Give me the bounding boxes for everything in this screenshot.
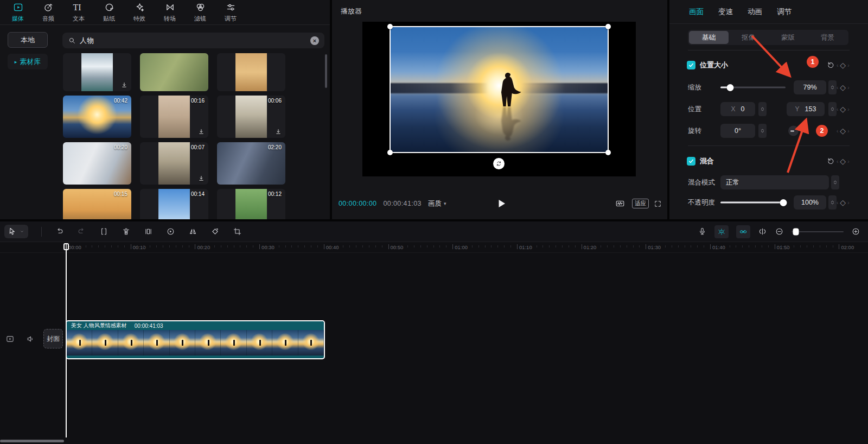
reset-blend-button[interactable] xyxy=(826,157,835,166)
mirror-button[interactable] xyxy=(188,227,197,236)
position-y-stepper[interactable] xyxy=(828,102,837,116)
keyframe-diamond-icon[interactable]: ◇ xyxy=(840,127,846,135)
opacity-slider-knob[interactable] xyxy=(780,199,787,206)
media-item[interactable]: 00:06 xyxy=(217,96,285,138)
inspector-tab[interactable]: 调节 xyxy=(777,7,792,17)
media-item[interactable]: 00:20 xyxy=(63,142,131,185)
media-item[interactable]: 00:42 xyxy=(63,96,131,138)
track-mute-toggle[interactable] xyxy=(26,334,35,344)
tool-text[interactable]: TI文本 xyxy=(67,2,90,23)
rotation-field[interactable]: 0° xyxy=(720,124,755,138)
search-input[interactable]: 人物 × xyxy=(62,33,324,48)
timeline-zoom-in-button[interactable] xyxy=(851,227,860,236)
resize-handle-bottom-left[interactable] xyxy=(387,150,393,155)
quality-dropdown[interactable]: 画质 ▾ xyxy=(428,199,446,208)
scale-slider-knob[interactable] xyxy=(727,84,734,91)
position-x-stepper[interactable] xyxy=(758,102,767,116)
selection-box[interactable] xyxy=(390,26,609,153)
inspector-subtab[interactable]: 基础 xyxy=(689,31,729,44)
fullscreen-button[interactable] xyxy=(654,200,662,208)
reset-position-size-button[interactable] xyxy=(826,61,835,70)
freeze-frame-button[interactable] xyxy=(144,227,153,236)
blend-mode-dropdown[interactable]: 正常 xyxy=(720,175,829,189)
scale-value-field[interactable]: 79% xyxy=(794,80,826,94)
download-icon[interactable] xyxy=(197,128,205,136)
fit-button[interactable]: 适应 xyxy=(632,199,649,208)
download-icon[interactable] xyxy=(275,128,282,136)
scale-slider[interactable] xyxy=(720,87,786,88)
opacity-slider[interactable] xyxy=(720,202,786,204)
zoom-slider-knob[interactable] xyxy=(793,228,799,235)
timeline-zoom-slider[interactable] xyxy=(792,231,844,232)
keyframe-diamond-icon[interactable]: ◇ xyxy=(840,84,846,91)
rotate-button[interactable] xyxy=(210,227,220,236)
timeline-zoom-out-button[interactable] xyxy=(775,227,784,236)
download-icon[interactable] xyxy=(197,175,205,182)
media-item[interactable]: 02:20 xyxy=(217,142,285,185)
media-item[interactable]: 00:12 xyxy=(217,189,285,219)
opacity-stepper[interactable] xyxy=(828,195,837,210)
undo-button[interactable] xyxy=(55,227,64,236)
timeline-horizontal-scrollbar[interactable] xyxy=(0,440,64,442)
preview-link-toggle[interactable] xyxy=(736,225,750,238)
cover-button[interactable]: 封面 xyxy=(43,329,63,348)
reverse-button[interactable] xyxy=(166,227,175,236)
tool-adjust[interactable]: 调节 xyxy=(219,2,242,23)
opacity-value-field[interactable]: 100% xyxy=(794,195,826,210)
media-scrollbar[interactable] xyxy=(325,54,327,88)
download-icon[interactable] xyxy=(120,81,128,89)
media-item[interactable]: 00:07 xyxy=(140,142,208,185)
inspector-tab[interactable]: 动画 xyxy=(748,7,762,17)
tool-transition[interactable]: 转场 xyxy=(158,2,181,23)
local-tab[interactable]: 本地 xyxy=(8,32,48,48)
auto-snap-toggle[interactable] xyxy=(714,225,729,238)
resize-handle-top-left[interactable] xyxy=(387,24,393,29)
media-item[interactable]: 00:15 xyxy=(63,189,131,219)
tool-media[interactable]: 媒体 xyxy=(7,2,29,23)
keyframe-diamond-icon[interactable]: ◇ xyxy=(840,157,846,165)
keyframe-diamond-icon[interactable]: ◇ xyxy=(840,199,846,206)
playhead[interactable] xyxy=(63,243,69,250)
position-size-checkbox[interactable] xyxy=(687,61,695,69)
delete-button[interactable] xyxy=(122,227,131,236)
select-tool[interactable] xyxy=(4,225,28,238)
scale-stepper[interactable] xyxy=(828,80,837,94)
split-button[interactable] xyxy=(99,227,108,236)
redo-button[interactable] xyxy=(77,227,86,236)
crop-button[interactable] xyxy=(233,227,242,236)
keyframe-diamond-icon[interactable]: ◇ xyxy=(840,105,846,113)
material-library-tab[interactable]: ▸ 素材库 xyxy=(8,54,48,69)
chevron-down-icon[interactable] xyxy=(19,229,25,234)
play-button[interactable] xyxy=(495,197,508,210)
blend-checkbox[interactable] xyxy=(687,157,695,166)
inspector-tab[interactable]: 画面 xyxy=(689,7,704,17)
tool-effects[interactable]: 特效 xyxy=(128,2,151,23)
resize-handle-top-right[interactable] xyxy=(605,24,611,29)
media-item[interactable] xyxy=(140,53,208,91)
rotation-dial[interactable] xyxy=(788,126,799,136)
keyframe-diamond-icon[interactable]: ◇ xyxy=(840,61,846,69)
media-item[interactable]: 00:16 xyxy=(140,96,208,138)
record-voiceover-button[interactable] xyxy=(698,227,707,236)
media-item[interactable] xyxy=(217,53,285,91)
audio-waveform-button[interactable] xyxy=(613,199,627,208)
inspector-tab[interactable]: 变速 xyxy=(718,7,733,17)
inspector-subtab[interactable]: 蒙版 xyxy=(768,31,808,44)
resize-handle-bottom-right[interactable] xyxy=(605,150,611,155)
tool-filter[interactable]: 滤镜 xyxy=(189,2,212,23)
timeline-ruler[interactable]: 00:0000:1000:2000:3000:4000:5001:0001:10… xyxy=(0,242,868,253)
main-track-toggle[interactable] xyxy=(5,334,15,344)
inspector-subtab[interactable]: 背景 xyxy=(808,31,847,44)
rotation-stepper[interactable] xyxy=(758,124,767,138)
blend-mode-stepper[interactable] xyxy=(831,175,839,189)
tool-sticker[interactable]: 贴纸 xyxy=(98,2,120,23)
tool-audio[interactable]: 音频 xyxy=(37,2,60,23)
media-item[interactable] xyxy=(63,53,131,91)
preview-axis-toggle[interactable] xyxy=(758,227,767,236)
position-x-field[interactable]: X0 xyxy=(720,102,755,116)
timeline-clip[interactable]: 美女 人物风景情感素材 00:00:41:03 xyxy=(66,320,325,359)
clear-search-button[interactable]: × xyxy=(310,36,319,45)
rotate-handle[interactable] xyxy=(493,158,505,169)
inspector-subtab[interactable]: 抠像 xyxy=(729,31,768,44)
media-item[interactable]: 00:14 xyxy=(140,189,208,219)
